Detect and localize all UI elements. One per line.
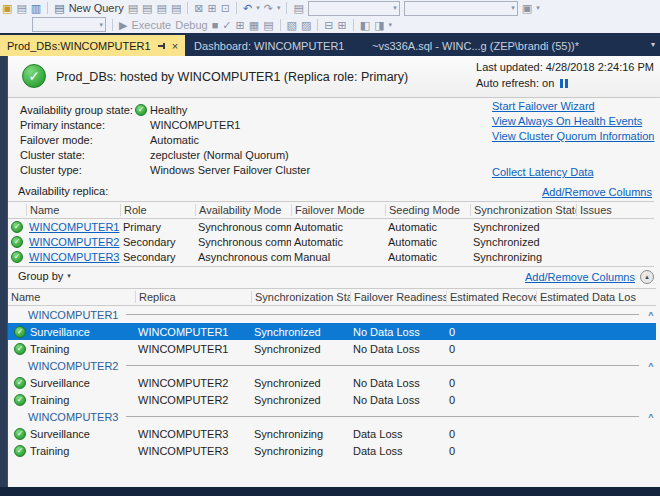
save-all-icon[interactable]: ▥ [31,2,41,14]
toolbar-overflow-icon[interactable]: ▾ [536,4,540,12]
cell-failover-mode: Automatic [291,221,385,233]
toolbar-combobox-1[interactable]: ▾ [308,1,400,16]
redo-dropdown-icon[interactable]: ▾ [277,4,281,12]
cell-failover-mode: Manual [291,251,385,263]
column-header-failover-readiness[interactable]: Failover Readiness [350,291,446,303]
tab-prod-dbs-wincomputer1[interactable]: Prod_DBs:WINCOMPUTER1 × [0,35,185,56]
results-to-text-icon[interactable]: ▤ [263,19,273,31]
dmx-query-icon[interactable]: ▤ [156,2,166,14]
column-header-replica[interactable]: Replica [135,291,251,303]
pin-icon[interactable] [158,42,166,50]
bookmark-icon[interactable]: ▤ [293,2,303,14]
table-row[interactable]: ✓ WINCOMPUTER3 Secondary Asynchronous co… [8,249,654,264]
tab-dashboard-wincomputer1[interactable]: Dashboard: WINCOMPUTER1 [187,35,361,56]
cell-sync-state: Synchronized [251,343,350,355]
column-header-synchronization-state[interactable]: Synchronization State [251,291,350,303]
cell-availability-mode: Synchronous commit [195,221,291,233]
copy-icon[interactable]: ⊞ [208,2,217,14]
healthy-check-icon: ✓ [22,64,46,88]
new-query-button[interactable]: New Query [69,2,124,14]
column-header-estimated-recovery[interactable]: Estimated Recover... [446,291,536,303]
healthy-check-icon: ✓ [14,428,26,440]
app-icon[interactable]: ▣ [2,2,12,14]
column-header-failover-mode[interactable]: Failover Mode [291,204,385,216]
tab-sql-file[interactable]: ~vs336A.sql - WINC...g (ZEP\brandi (55))… [365,35,599,56]
outdent-icon[interactable]: ⊟ [324,19,333,31]
column-header-name[interactable]: Name [26,204,120,216]
mdx-query-icon[interactable]: ▤ [142,2,152,14]
collapse-group-icon[interactable]: ^ [646,310,656,320]
database-row[interactable]: ✓Surveillance WINCOMPUTER2 Synchronized … [8,374,656,391]
healthy-check-icon: ✓ [14,343,26,355]
group-header-row[interactable]: WINCOMPUTER3 ^ [8,408,656,425]
healthy-check-icon: ✓ [135,104,147,116]
database-row[interactable]: ✓Training WINCOMPUTER3 Synchronizing Dat… [8,442,656,459]
collapse-group-icon[interactable]: ^ [646,361,656,371]
group-header-row[interactable]: WINCOMPUTER2 ^ [8,357,656,374]
parse-icon[interactable]: ✓ [222,19,231,31]
stop-icon[interactable]: ■ [212,19,219,31]
estimated-plan-icon[interactable]: ◧ [360,19,370,31]
cut-icon[interactable]: ⊠ [194,2,203,14]
column-header-name[interactable]: Name [8,291,135,303]
replica-link[interactable]: WINCOMPUTER1 [26,221,120,233]
paste-icon[interactable]: ⊡ [221,2,230,14]
replica-link[interactable]: WINCOMPUTER2 [26,236,120,248]
add-remove-columns-link[interactable]: Add/Remove Columns [525,271,635,283]
collect-latency-data-link[interactable]: Collect Latency Data [492,166,594,178]
actual-plan-icon[interactable]: ◨ [374,19,384,31]
start-failover-wizard-link[interactable]: Start Failover Wizard [492,100,654,112]
indent-icon[interactable]: ⊞ [338,19,347,31]
database-row[interactable]: ✓Training WINCOMPUTER2 Synchronized No D… [8,391,656,408]
pause-auto-refresh-icon[interactable] [560,79,568,88]
database-row[interactable]: ✓Surveillance WINCOMPUTER3 Synchronizing… [8,425,656,442]
status-column-header[interactable] [8,204,26,216]
xmla-query-icon[interactable]: ▤ [171,2,181,14]
cell-sync-state: Synchronized [251,377,350,389]
specify-values-icon[interactable]: ⊞ [236,19,245,31]
collapse-group-icon[interactable]: ^ [646,412,656,422]
column-header-role[interactable]: Role [120,204,195,216]
execute-button[interactable]: Execute [131,19,171,31]
database-row[interactable]: ✓Training WINCOMPUTER1 Synchronized No D… [8,340,656,357]
save-icon[interactable]: ▤ [16,2,26,14]
uncomment-icon[interactable]: ▨ [301,19,311,31]
view-cluster-quorum-link[interactable]: View Cluster Quorum Information [492,130,654,142]
view-health-events-link[interactable]: View Always On Health Events [492,115,654,127]
table-row[interactable]: ✓ WINCOMPUTER1 Primary Synchronous commi… [8,219,654,234]
database-row[interactable]: ✓Surveillance WINCOMPUTER1 Synchronized … [8,323,656,340]
table-row[interactable]: ✓ WINCOMPUTER2 Secondary Synchronous com… [8,234,654,249]
close-icon[interactable]: × [172,40,178,52]
new-query-icon[interactable]: ▤ [54,2,64,14]
cell-database-name: Training [30,343,69,355]
toolbar-overflow-icon[interactable]: ▾ [389,21,393,29]
comment-icon[interactable]: ▧ [287,19,297,31]
add-remove-columns-link[interactable]: Add/Remove Columns [542,186,652,198]
cell-estimated-recovery: 0 [446,428,536,440]
column-header-availability-mode[interactable]: Availability Mode [195,204,291,216]
group-header-row[interactable]: WINCOMPUTER1 ^ [8,306,656,323]
collapse-panel-button[interactable]: ▴ [640,270,654,284]
cell-sync-state: Synchronized [470,221,576,233]
database-combobox[interactable]: ▾ [32,17,106,32]
execute-play-icon[interactable]: ▶ [119,19,127,31]
toolbar-combobox-2[interactable]: ▾ [404,1,518,16]
chevron-down-icon: ▾ [511,4,515,12]
group-by-dropdown[interactable]: Group by ▾ [18,270,71,282]
undo-icon[interactable]: ↶ [243,2,252,14]
column-header-seeding-mode[interactable]: Seeding Mode [385,204,470,216]
group-icon[interactable]: ▣ [522,2,532,14]
column-header-estimated-data-loss[interactable]: Estimated Data Loss (ti... [536,291,636,303]
results-to-grid-icon[interactable]: ▦ [249,19,259,31]
column-header-synchronization-state[interactable]: Synchronization State [470,204,576,216]
toolbar-separator [236,2,237,14]
page-title: Prod_DBs: hosted by WINCOMPUTER1 (Replic… [56,70,408,84]
replica-link[interactable]: WINCOMPUTER3 [26,251,120,263]
debug-button[interactable]: Debug [175,19,207,31]
redo-icon[interactable]: ↷ [264,2,273,14]
undo-dropdown-icon[interactable]: ▾ [256,4,260,12]
database-engine-query-icon[interactable]: ▤ [128,2,138,14]
column-header-issues[interactable]: Issues [576,204,632,216]
tab-list-dropdown-icon[interactable]: ▾ [651,40,655,49]
info-value: Windows Server Failover Cluster [135,164,310,176]
